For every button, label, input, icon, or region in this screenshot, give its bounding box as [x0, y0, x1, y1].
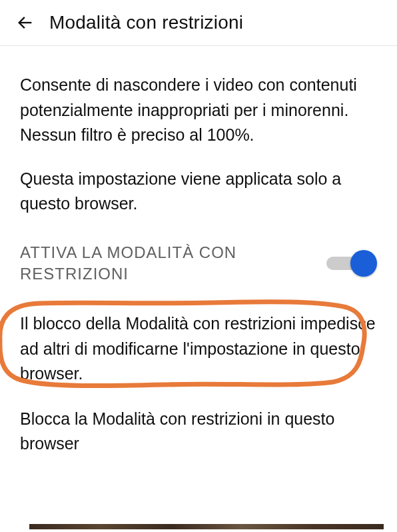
- page-title: Modalità con restrizioni: [49, 12, 243, 33]
- lock-action-link[interactable]: Blocca la Modalità con restrizioni in qu…: [20, 407, 377, 457]
- description-text-2: Questa impostazione viene applicata solo…: [20, 167, 377, 217]
- content-area: Consente di nascondere i video con conte…: [0, 46, 397, 490]
- description-text-1: Consente di nascondere i video con conte…: [20, 73, 377, 148]
- back-arrow-icon[interactable]: [16, 13, 35, 32]
- restricted-mode-toggle[interactable]: [326, 250, 377, 277]
- toggle-thumb: [350, 250, 377, 277]
- toggle-label: ATTIVA LA MODALITÀ CON RESTRIZIONI: [20, 242, 286, 285]
- lock-description-text: Il blocco della Modalità con restrizioni…: [20, 311, 377, 387]
- restricted-mode-toggle-row: ATTIVA LA MODALITÀ CON RESTRIZIONI: [20, 235, 377, 299]
- header: Modalità con restrizioni: [0, 0, 397, 46]
- bottom-strip-decoration: [29, 524, 384, 529]
